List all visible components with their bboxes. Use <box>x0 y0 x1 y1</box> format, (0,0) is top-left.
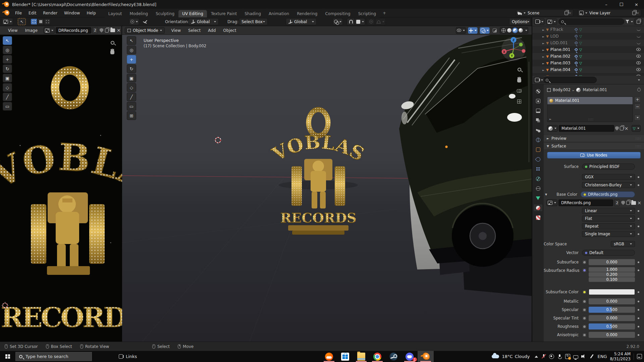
pin-icon[interactable] <box>637 87 641 92</box>
visibility-toggle[interactable] <box>636 61 641 65</box>
new-image-icon[interactable] <box>626 201 630 205</box>
minimize-button[interactable]: – <box>599 0 614 9</box>
roughness-slider[interactable]: 0.500 <box>589 323 635 329</box>
options-dropdown[interactable]: Options <box>509 18 531 25</box>
outliner-filter-mode-dropdown[interactable] <box>546 18 557 25</box>
properties-tab[interactable] <box>534 117 542 124</box>
transform-tool-icon[interactable]: ◇ <box>3 83 12 92</box>
keyframe-dot[interactable] <box>638 334 639 336</box>
new-collection-button[interactable] <box>634 18 642 25</box>
properties-tab[interactable] <box>534 185 542 192</box>
open-image-folder-icon[interactable] <box>631 201 636 205</box>
image-name-field[interactable]: DRRecords.png <box>56 27 91 34</box>
menu-item[interactable]: Object <box>220 28 239 33</box>
workspace-tab[interactable]: Texture Paint <box>207 10 240 17</box>
menu-item[interactable]: Edit <box>25 11 40 15</box>
chrome-app-button[interactable] <box>369 351 385 362</box>
proportional-falloff-dropdown[interactable] <box>375 18 386 25</box>
workspace-tab[interactable]: Rendering <box>293 10 321 17</box>
socket-dot-button[interactable] <box>582 316 587 321</box>
fake-user-shield-icon[interactable] <box>100 28 103 33</box>
measure-tool-icon[interactable]: ▭ <box>127 102 136 111</box>
viewport-perspective-grid-icon[interactable] <box>516 98 523 105</box>
outliner-item[interactable]: LOD <box>532 33 644 40</box>
new-material-icon[interactable] <box>620 126 624 130</box>
workspace-tab[interactable]: Animation <box>265 10 293 17</box>
properties-tab[interactable] <box>534 98 542 104</box>
properties-tab[interactable] <box>534 146 542 153</box>
unlink-material-icon[interactable] <box>625 126 629 131</box>
socket-dot-button[interactable] <box>582 268 587 273</box>
object-visibility-dropdown[interactable] <box>456 27 466 34</box>
pen-icon[interactable] <box>589 354 594 359</box>
fake-user-shield-icon[interactable] <box>615 126 619 131</box>
radius-z-field[interactable]: 0.100 <box>589 277 635 282</box>
keyframe-dot[interactable] <box>638 261 639 263</box>
steam-app-button[interactable] <box>385 351 401 362</box>
keyframe-dot[interactable] <box>638 326 639 327</box>
new-image-icon[interactable] <box>105 28 109 33</box>
viewport-pan-hand-icon[interactable] <box>516 76 523 84</box>
texture-dropdown[interactable]: Linear <box>582 208 635 214</box>
uv-select-vertex-button[interactable] <box>31 18 37 25</box>
metallic-value-field[interactable]: 0.000 <box>589 298 635 304</box>
visibility-toggle[interactable] <box>636 47 641 52</box>
view-layer-selector[interactable]: View Layer <box>578 9 641 16</box>
properties-tab[interactable] <box>534 127 542 133</box>
overlays-toggle-dropdown[interactable] <box>480 27 490 34</box>
outliner-search-input[interactable] <box>558 18 624 25</box>
image-users-count[interactable]: 2 <box>614 199 620 206</box>
solid-shading-icon[interactable] <box>507 28 512 33</box>
active-tool-button[interactable]: ↖ <box>18 18 26 25</box>
radius-x-field[interactable]: 1.000 <box>589 267 635 272</box>
expand-icon[interactable]: ▼ <box>544 193 548 196</box>
open-image-folder-icon[interactable] <box>110 28 115 32</box>
menu-item[interactable]: Add <box>205 28 219 33</box>
menu-item[interactable]: View <box>168 28 184 33</box>
blender-app-menu-button[interactable] <box>1 10 12 16</box>
add-slot-button[interactable]: + <box>634 97 641 103</box>
surface-shader-field[interactable]: Principled BSDF <box>582 164 635 170</box>
new-scene-icon[interactable] <box>565 11 568 15</box>
outliner-display-mode-dropdown[interactable] <box>534 18 545 25</box>
subsurface-value-field[interactable]: 0.000 <box>589 259 635 265</box>
unlink-image-icon[interactable] <box>637 200 641 205</box>
uv-canvas[interactable]: VOBLAS VOBLAS RECORDS RECORDS <box>0 35 122 342</box>
expand-arrow-icon[interactable] <box>542 47 544 52</box>
outliner-item[interactable]: Plane.001 <box>532 46 644 53</box>
start-button[interactable] <box>0 351 15 362</box>
scale-tool-icon[interactable]: ▣ <box>3 74 12 82</box>
texture-dropdown[interactable]: Single Image <box>582 231 635 237</box>
add-workspace-button[interactable]: + <box>380 11 389 15</box>
outliner-item[interactable]: Plane.002 <box>532 53 644 60</box>
texture-dropdown[interactable]: Repeat <box>582 223 635 229</box>
keyframe-dot[interactable] <box>638 291 639 293</box>
proportional-edit-button[interactable] <box>367 18 375 25</box>
cursor-tool-icon[interactable]: ◎ <box>3 46 12 54</box>
properties-tab[interactable] <box>534 166 542 172</box>
menu-item[interactable]: Window <box>61 11 83 15</box>
properties-tab[interactable] <box>534 214 542 221</box>
slot-specials-dropdown[interactable] <box>634 115 641 121</box>
expand-arrow-icon[interactable] <box>542 61 544 65</box>
breadcrumb-object[interactable]: Body.002 <box>553 87 571 92</box>
outliner-filter-button[interactable] <box>626 20 633 23</box>
workspace-tab[interactable]: Shading <box>241 10 265 17</box>
workspace-tab[interactable]: Modeling <box>126 10 152 17</box>
outliner-item[interactable]: Plane.003 <box>532 60 644 66</box>
microphone-icon[interactable] <box>557 354 562 359</box>
tweak-falloff-dropdown[interactable] <box>129 18 139 25</box>
material-slot-selected[interactable]: Material.001 <box>547 97 633 104</box>
remove-slot-button[interactable]: − <box>634 104 641 110</box>
keyframe-dot[interactable] <box>638 226 639 227</box>
transform-orientation-dropdown[interactable]: Global <box>286 18 317 25</box>
use-nodes-button[interactable]: Use Nodes <box>547 152 641 159</box>
gizmos-toggle-dropdown[interactable] <box>468 27 478 34</box>
properties-tab[interactable] <box>534 107 542 114</box>
properties-tab[interactable] <box>534 136 542 143</box>
workspace-tab[interactable]: Scripting <box>355 10 380 17</box>
material-name-field[interactable]: Material.001 <box>559 125 614 132</box>
texture-dropdown[interactable]: Flat <box>582 216 635 222</box>
new-view-layer-icon[interactable] <box>632 11 636 15</box>
microsoft-store-app-button[interactable] <box>337 351 353 362</box>
